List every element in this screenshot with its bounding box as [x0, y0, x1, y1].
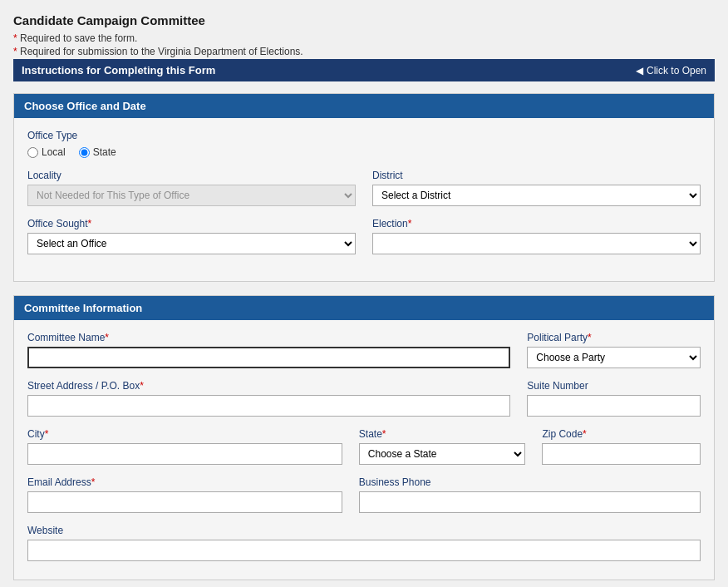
office-section-header: Choose Office and Date	[14, 94, 714, 118]
radio-local[interactable]	[27, 147, 38, 158]
website-input[interactable]	[27, 540, 701, 561]
zip-req: *	[583, 428, 587, 440]
street-address-col: Street Address / P.O. Box*	[27, 380, 510, 417]
state-col: State* Choose a State	[359, 428, 526, 465]
required-note-2: * Required for submission to the Virgini…	[13, 46, 715, 57]
political-party-req: *	[588, 332, 592, 343]
locality-label: Locality	[27, 170, 356, 181]
locality-select[interactable]: Not Needed for This Type of Office	[27, 185, 356, 206]
zip-input[interactable]	[542, 443, 701, 465]
office-sought-req: *	[88, 218, 92, 229]
political-party-label: Political Party*	[527, 332, 701, 343]
district-select[interactable]: Select a District	[372, 185, 701, 206]
suite-label: Suite Number	[527, 380, 701, 392]
page-title: Candidate Campaign Committee	[13, 13, 715, 27]
website-col: Website	[27, 525, 701, 561]
state-select[interactable]: Choose a State	[359, 443, 526, 465]
req-star-2: *	[13, 46, 17, 57]
district-col: District Select a District	[372, 170, 701, 206]
office-sought-label: Office Sought*	[27, 218, 356, 229]
business-phone-label: Business Phone	[359, 476, 701, 488]
email-phone-row: Email Address* Business Phone	[27, 476, 701, 513]
click-to-open[interactable]: ◀ Click to Open	[636, 65, 706, 76]
city-state-zip-row: City* State* Choose a State Zip Code*	[27, 428, 701, 465]
election-label: Election*	[372, 218, 701, 229]
office-sought-select[interactable]: Select an Office	[27, 233, 356, 254]
radio-state-label[interactable]: State	[79, 146, 116, 158]
political-party-select[interactable]: Choose a Party	[527, 347, 701, 368]
election-col: Election*	[372, 218, 701, 254]
email-col: Email Address*	[27, 476, 342, 513]
state-label: State*	[359, 428, 526, 440]
street-req: *	[140, 380, 144, 392]
suite-input[interactable]	[527, 395, 701, 417]
suite-col: Suite Number	[527, 380, 701, 417]
radio-group: Local State	[27, 146, 701, 158]
req-star-1: *	[13, 32, 17, 44]
committee-name-col: Committee Name*	[27, 332, 510, 368]
office-type-label: Office Type	[27, 130, 701, 141]
city-req: *	[45, 428, 49, 440]
required-note-1: * Required to save the form.	[13, 32, 715, 44]
phone-col: Business Phone	[359, 476, 701, 513]
instructions-bar[interactable]: Instructions for Completing this Form ◀ …	[13, 59, 715, 81]
office-type-row: Office Type Local State	[27, 130, 701, 158]
name-party-row: Committee Name* Political Party* Choose …	[27, 332, 701, 368]
committee-name-input[interactable]	[27, 347, 510, 368]
city-col: City*	[27, 428, 342, 465]
office-election-row: Office Sought* Select an Office Election…	[27, 218, 701, 254]
election-req: *	[408, 218, 412, 229]
business-phone-input[interactable]	[359, 491, 701, 513]
street-address-input[interactable]	[27, 395, 510, 417]
instructions-label: Instructions for Completing this Form	[22, 64, 215, 76]
street-address-label: Street Address / P.O. Box*	[27, 380, 510, 392]
radio-local-label[interactable]: Local	[27, 146, 66, 158]
committee-section-header: Committee Information	[14, 296, 714, 320]
click-to-open-label: Click to Open	[647, 65, 706, 76]
email-label: Email Address*	[27, 476, 342, 488]
political-party-col: Political Party* Choose a Party	[527, 332, 701, 368]
committee-section: Committee Information Committee Name* Po…	[13, 295, 715, 580]
office-sought-col: Office Sought* Select an Office	[27, 218, 356, 254]
locality-col: Locality Not Needed for This Type of Off…	[27, 170, 356, 206]
zip-label: Zip Code*	[542, 428, 701, 440]
city-input[interactable]	[27, 443, 342, 465]
locality-district-row: Locality Not Needed for This Type of Off…	[27, 170, 701, 206]
radio-local-text: Local	[42, 146, 66, 158]
radio-state-text: State	[93, 146, 116, 158]
address-row: Street Address / P.O. Box* Suite Number	[27, 380, 701, 417]
arrow-left-icon: ◀	[636, 65, 643, 76]
election-select[interactable]	[372, 233, 701, 254]
email-input[interactable]	[27, 491, 342, 513]
committee-name-req: *	[105, 332, 109, 343]
office-section: Choose Office and Date Office Type Local…	[13, 93, 715, 282]
city-label: City*	[27, 428, 342, 440]
website-row: Website	[27, 525, 701, 561]
state-req: *	[382, 428, 386, 440]
zip-col: Zip Code*	[542, 428, 701, 465]
district-label: District	[372, 170, 701, 181]
committee-name-label: Committee Name*	[27, 332, 510, 343]
website-label: Website	[27, 525, 701, 536]
email-req: *	[91, 476, 96, 488]
radio-state[interactable]	[79, 147, 90, 158]
